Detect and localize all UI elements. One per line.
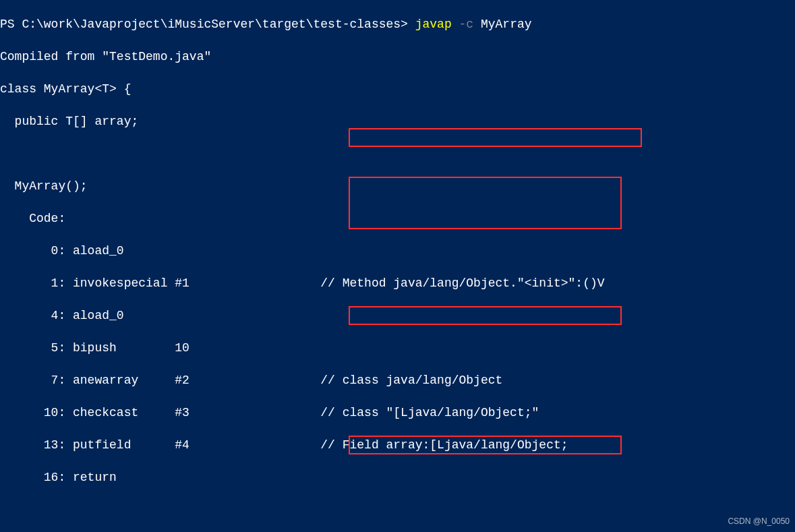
command-flag: -c bbox=[459, 18, 474, 31]
command-name: javap bbox=[415, 18, 452, 31]
output-line: 0: aload_0 bbox=[0, 243, 795, 259]
output-line: 5: bipush 10 bbox=[0, 340, 795, 356]
output-line: 16: return bbox=[0, 469, 795, 485]
output-line: class MyArray<T> { bbox=[0, 81, 795, 97]
output-line bbox=[0, 146, 795, 162]
output-line: 7: anewarray #2 // class java/lang/Objec… bbox=[0, 372, 795, 388]
watermark-text: CSDN @N_0050 bbox=[728, 513, 790, 529]
command-target: MyArray bbox=[481, 18, 532, 31]
output-line: 10: checkcast #3 // class "[Ljava/lang/O… bbox=[0, 405, 795, 421]
output-line: MyArray(); bbox=[0, 178, 795, 194]
output-line: Code: bbox=[0, 210, 795, 227]
prompt-line: PS C:\work\Javaproject\iMusicServer\targ… bbox=[0, 16, 795, 32]
output-line: 13: putfield #4 // Field array:[Ljava/la… bbox=[0, 437, 795, 453]
output-line bbox=[0, 502, 795, 518]
prompt-path: PS C:\work\Javaproject\iMusicServer\targ… bbox=[0, 18, 408, 31]
output-line: 4: aload_0 bbox=[0, 307, 795, 324]
output-line: public T[] array; bbox=[0, 113, 795, 129]
output-line: 1: invokespecial #1 // Method java/lang/… bbox=[0, 275, 795, 291]
output-line: Compiled from "TestDemo.java" bbox=[0, 49, 795, 65]
terminal-output[interactable]: PS C:\work\Javaproject\iMusicServer\targ… bbox=[0, 0, 795, 532]
